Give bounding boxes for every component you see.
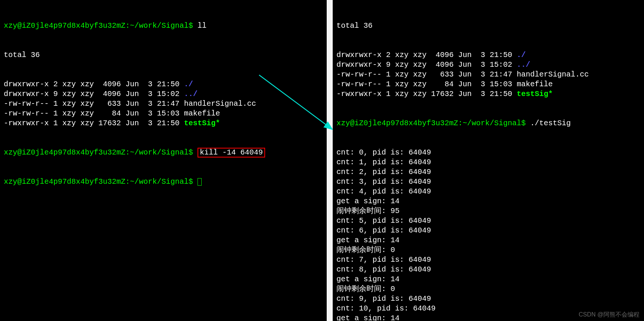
prompt-cursor-line: xzy@iZ0jle4p97d8x4byf3u32mZ:~/work/Signa…: [4, 177, 323, 187]
terminal-left[interactable]: xzy@iZ0jle4p97d8x4byf3u32mZ:~/work/Signa…: [0, 0, 327, 321]
file-perms: drwxrwxr-x 9 xzy xzy 4096 Jun 3 15:02: [336, 60, 517, 69]
ls-listing-left: drwxrwxr-x 2 xzy xzy 4096 Jun 3 21:50 ./…: [4, 80, 323, 128]
program-output: cnt: 0, pid is: 64049cnt: 1, pid is: 640…: [336, 148, 640, 321]
output-line: cnt: 1, pid is: 64049: [336, 158, 640, 167]
prompt-text: xzy@iZ0jle4p97d8x4byf3u32mZ:~/work/Signa…: [4, 21, 198, 30]
output-line: 闹钟剩余时间: 0: [336, 245, 640, 255]
split-terminal: xzy@iZ0jle4p97d8x4byf3u32mZ:~/work/Signa…: [0, 0, 644, 321]
output-line: cnt: 9, pid is: 64049: [336, 294, 640, 304]
total-line: total 36: [336, 21, 640, 31]
file-perms: drwxrwxr-x 2 xzy xzy 4096 Jun 3 21:50: [4, 80, 184, 88]
ls-row: drwxrwxr-x 9 xzy xzy 4096 Jun 3 15:02 ..…: [336, 60, 640, 70]
file-name: handlerSignal.cc: [517, 70, 589, 79]
file-name: ./: [184, 80, 193, 88]
output-line: cnt: 7, pid is: 64049: [336, 255, 640, 265]
total-line: total 36: [4, 50, 323, 60]
file-name: testSig*: [517, 90, 553, 98]
ls-row: -rwxrwxr-x 1 xzy xzy 17632 Jun 3 21:50 t…: [4, 118, 323, 128]
output-line: get a sign: 14: [336, 274, 640, 284]
file-perms: -rwxrwxr-x 1 xzy xzy 17632 Jun 3 21:50: [4, 119, 184, 128]
prompt-text: xzy@iZ0jle4p97d8x4byf3u32mZ:~/work/Signa…: [4, 177, 198, 186]
prompt-run-line: xzy@iZ0jle4p97d8x4byf3u32mZ:~/work/Signa…: [336, 118, 640, 128]
kill-command-highlight: kill -14 64049: [198, 148, 265, 158]
ls-listing-right: drwxrwxr-x 2 xzy xzy 4096 Jun 3 21:50 ./…: [336, 50, 640, 99]
watermark-text: CSDN @阿熊不会编程: [579, 311, 639, 319]
ls-row: drwxrwxr-x 2 xzy xzy 4096 Jun 3 21:50 ./: [336, 50, 640, 60]
output-line: get a sign: 14: [336, 196, 640, 206]
file-name: testSig*: [184, 119, 220, 128]
ls-row: -rw-rw-r-- 1 xzy xzy 84 Jun 3 15:03 make…: [4, 109, 323, 118]
command-testsig: ./testSig: [530, 119, 571, 128]
output-line: cnt: 6, pid is: 64049: [336, 226, 640, 236]
output-line: cnt: 8, pid is: 64049: [336, 265, 640, 274]
output-line: cnt: 0, pid is: 64049: [336, 148, 640, 158]
pane-divider[interactable]: [327, 0, 333, 321]
ls-row: -rwxrwxr-x 1 xzy xzy 17632 Jun 3 21:50 t…: [336, 89, 640, 99]
ls-row: -rw-rw-r-- 1 xzy xzy 633 Jun 3 21:47 han…: [4, 99, 323, 109]
file-name: makefile: [184, 109, 220, 118]
file-name: ../: [184, 90, 198, 98]
terminal-right[interactable]: total 36 drwxrwxr-x 2 xzy xzy 4096 Jun 3…: [333, 0, 644, 321]
prompt-text: xzy@iZ0jle4p97d8x4byf3u32mZ:~/work/Signa…: [4, 148, 198, 157]
output-line: get a sign: 14: [336, 236, 640, 245]
ls-row: drwxrwxr-x 2 xzy xzy 4096 Jun 3 21:50 ./: [4, 80, 323, 89]
output-line: cnt: 4, pid is: 64049: [336, 187, 640, 196]
command-ll: ll: [198, 21, 207, 30]
prompt-kill-line: xzy@iZ0jle4p97d8x4byf3u32mZ:~/work/Signa…: [4, 148, 323, 158]
output-line: cnt: 3, pid is: 64049: [336, 177, 640, 187]
ls-row: drwxrwxr-x 9 xzy xzy 4096 Jun 3 15:02 ..…: [4, 89, 323, 99]
file-perms: drwxrwxr-x 2 xzy xzy 4096 Jun 3 21:50: [336, 51, 517, 59]
file-name: ./: [517, 51, 526, 59]
output-line: cnt: 2, pid is: 64049: [336, 167, 640, 177]
file-perms: -rw-rw-r-- 1 xzy xzy 84 Jun 3 15:03: [4, 109, 184, 118]
file-perms: -rw-rw-r-- 1 xzy xzy 633 Jun 3 21:47: [4, 99, 184, 108]
prompt-line: xzy@iZ0jle4p97d8x4byf3u32mZ:~/work/Signa…: [4, 21, 323, 31]
output-line: cnt: 5, pid is: 64049: [336, 216, 640, 226]
file-name: handlerSignal.cc: [184, 99, 256, 108]
output-line: 闹钟剩余时间: 95: [336, 206, 640, 216]
file-perms: drwxrwxr-x 9 xzy xzy 4096 Jun 3 15:02: [4, 90, 184, 98]
ls-row: -rw-rw-r-- 1 xzy xzy 633 Jun 3 21:47 han…: [336, 70, 640, 80]
file-name: makefile: [517, 80, 553, 88]
cursor-block[interactable]: [198, 178, 202, 186]
file-perms: -rw-rw-r-- 1 xzy xzy 84 Jun 3 15:03: [336, 80, 517, 88]
file-perms: -rw-rw-r-- 1 xzy xzy 633 Jun 3 21:47: [336, 70, 517, 79]
file-perms: -rwxrwxr-x 1 xzy xzy 17632 Jun 3 21:50: [336, 90, 517, 98]
file-name: ../: [517, 60, 530, 69]
ls-row: -rw-rw-r-- 1 xzy xzy 84 Jun 3 15:03 make…: [336, 80, 640, 89]
output-line: 闹钟剩余时间: 0: [336, 284, 640, 294]
prompt-text: xzy@iZ0jle4p97d8x4byf3u32mZ:~/work/Signa…: [336, 119, 530, 128]
